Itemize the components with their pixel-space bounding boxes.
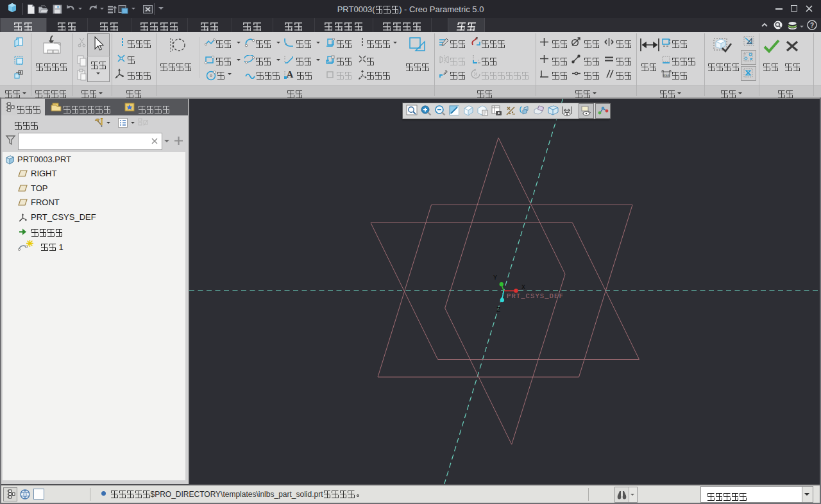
svg-text:Z: Z: [496, 307, 500, 314]
svg-text:PRT_CSYS_DEF: PRT_CSYS_DEF: [507, 292, 564, 300]
svg-text:Y: Y: [493, 274, 497, 281]
svg-text:X: X: [521, 284, 525, 291]
